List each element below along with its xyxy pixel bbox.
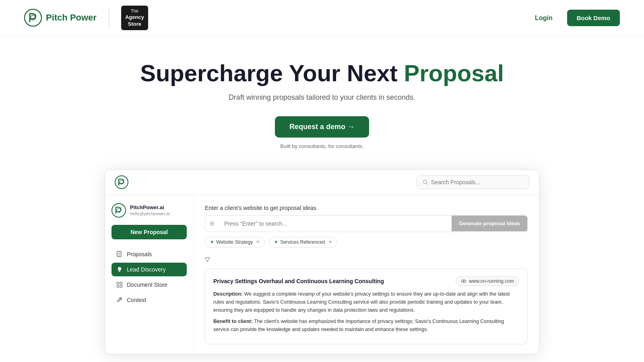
- new-proposal-button[interactable]: New Proposal: [111, 225, 187, 239]
- sidebar-lead-discovery-label: Lead Discovery: [127, 266, 166, 273]
- sidebar-proposals-label: Proposals: [127, 251, 152, 257]
- svg-point-2: [115, 176, 128, 189]
- tag-icon-2: ✦: [274, 239, 278, 245]
- sidebar-item-lead-discovery[interactable]: Lead Discovery: [111, 263, 187, 276]
- sidebar-brand-icon: [111, 203, 126, 218]
- wrench-icon: [116, 297, 123, 303]
- svg-point-0: [25, 9, 41, 26]
- svg-point-19: [463, 280, 464, 282]
- input-label: Enter a client's website to get proposal…: [205, 205, 528, 211]
- benefit-label: Benefit to client:: [213, 319, 253, 324]
- description-label: Description:: [213, 291, 243, 297]
- proposal-card-body: Description: We suggest a complete revam…: [213, 290, 519, 333]
- tag-website-strategy-label: Website Strategy: [216, 239, 253, 245]
- pitchpower-icon: [24, 9, 42, 27]
- sidebar-item-proposals[interactable]: Proposals: [111, 247, 187, 261]
- proposal-card-url: www.on-running.com: [456, 276, 519, 286]
- hero-byline: Built by consultants, for consultants.: [8, 143, 636, 149]
- tag-services-referenced-label: Services Referenced: [280, 239, 325, 245]
- request-demo-button[interactable]: Request a demo →: [275, 116, 369, 138]
- tag-close-1[interactable]: ✕: [256, 239, 260, 245]
- generate-proposals-button[interactable]: Generate proposal ideas: [452, 216, 527, 231]
- header-left: Pitch Power The Agency Store: [24, 6, 148, 30]
- proposal-card-title: Privacy Settings Overhaul and Continuous…: [213, 278, 451, 284]
- search-icon: [423, 179, 428, 185]
- app-body: PitchPower.ai hello@pitchpower.ai New Pr…: [105, 195, 539, 354]
- app-logo-icon: [115, 175, 128, 189]
- filter-icon[interactable]: ▽: [205, 256, 210, 263]
- tags-row: ✦ Website Strategy ✕ ✦ Services Referenc…: [205, 237, 528, 247]
- search-input[interactable]: [431, 179, 523, 185]
- grid-icon: [116, 282, 123, 288]
- svg-rect-16: [117, 285, 119, 287]
- pitchpower-logo: Pitch Power: [24, 9, 97, 27]
- sidebar-item-document-store[interactable]: Document Store: [111, 278, 187, 292]
- sidebar: PitchPower.ai hello@pitchpower.ai New Pr…: [105, 195, 194, 354]
- filter-row: ▽: [205, 255, 528, 263]
- svg-rect-15: [120, 282, 122, 284]
- sidebar-brand: PitchPower.ai hello@pitchpower.ai: [111, 203, 187, 218]
- header-divider: [109, 8, 109, 28]
- tag-icon-1: ✦: [210, 239, 214, 245]
- sidebar-nav: Proposals Lead Discovery: [111, 247, 187, 307]
- tag-website-strategy[interactable]: ✦ Website Strategy ✕: [205, 237, 265, 247]
- svg-rect-17: [120, 285, 122, 287]
- hero-title: Supercharge Your Next Proposal: [8, 60, 636, 86]
- benefit-section: Benefit to client: The client's website …: [213, 317, 519, 333]
- bulb-icon: [116, 266, 123, 273]
- login-button[interactable]: Login: [528, 11, 559, 25]
- benefit-text: The client's website has emphasized the …: [213, 319, 504, 332]
- globe-icon: ⊕: [205, 220, 219, 227]
- search-bar[interactable]: [417, 175, 529, 189]
- tag-services-referenced[interactable]: ✦ Services Referenced ✕: [269, 237, 337, 247]
- main-content: Enter a client's website to get proposal…: [194, 195, 539, 354]
- book-demo-button[interactable]: Book Demo: [567, 10, 620, 26]
- description-section: Description: We suggest a complete revam…: [213, 290, 519, 314]
- proposal-card-header: Privacy Settings Overhaul and Continuous…: [213, 276, 519, 286]
- website-input[interactable]: [219, 216, 452, 232]
- svg-point-6: [112, 204, 126, 217]
- svg-line-5: [426, 183, 427, 184]
- document-icon: [116, 251, 123, 257]
- app-topbar: [105, 170, 539, 195]
- sidebar-context-label: Context: [127, 297, 146, 303]
- description-text: We suggest a complete revamp of your web…: [213, 291, 510, 313]
- header-right: Login Book Demo: [528, 10, 620, 26]
- sidebar-document-store-label: Document Store: [127, 282, 167, 288]
- eye-icon: [461, 278, 466, 284]
- hero-subtitle: Draft winning proposals tailored to your…: [8, 93, 636, 102]
- app-window: PitchPower.ai hello@pitchpower.ai New Pr…: [105, 169, 539, 354]
- brand-name: PitchPower.ai: [130, 204, 170, 211]
- agency-store-badge: The Agency Store: [121, 6, 148, 30]
- brand-email: hello@pitchpower.ai: [130, 211, 170, 216]
- pitchpower-name: Pitch Power: [46, 12, 97, 23]
- proposal-card: Privacy Settings Overhaul and Continuous…: [205, 269, 528, 344]
- hero-section: Supercharge Your Next Proposal Draft win…: [0, 36, 644, 169]
- url-text: www.on-running.com: [469, 278, 514, 284]
- svg-rect-14: [117, 282, 119, 284]
- tag-close-2[interactable]: ✕: [328, 239, 332, 245]
- proposal-input-row: ⊕ Generate proposal ideas: [205, 215, 528, 232]
- sidebar-item-context[interactable]: Context: [111, 293, 187, 307]
